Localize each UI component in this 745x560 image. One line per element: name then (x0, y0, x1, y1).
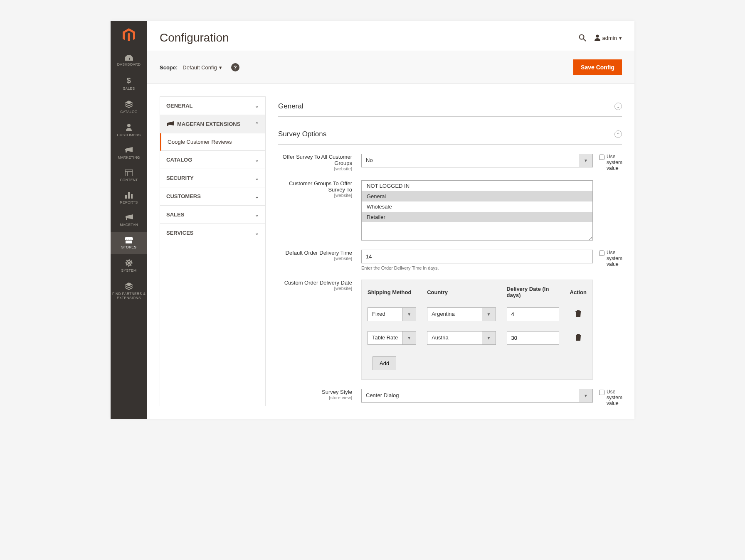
caret-down-icon: ▼ (482, 307, 496, 321)
country-select[interactable]: Argentina▼ (427, 307, 496, 321)
help-icon[interactable]: ? (231, 63, 239, 71)
country-select[interactable]: Austria▼ (427, 331, 496, 345)
use-system-checkbox[interactable]: Use system value (599, 389, 622, 406)
select-value: Center Dialog (361, 389, 579, 403)
sidebar-item-marketing[interactable]: MARKETING (111, 142, 147, 165)
scope-hint: [store view] (278, 395, 352, 400)
sidebar-item-stores[interactable]: STORES (111, 232, 147, 254)
save-config-button[interactable]: Save Config (573, 59, 622, 75)
magento-logo[interactable] (111, 21, 147, 50)
add-row-button[interactable]: Add (372, 356, 396, 370)
field-label: Custom Order Delivery Date (284, 280, 352, 286)
sidebar-item-label: DASHBOARD (116, 62, 142, 66)
page-title: Configuration (160, 31, 229, 44)
caret-down-icon: ▼ (579, 389, 593, 403)
shipping-method-select[interactable]: Table Rate▼ (368, 331, 416, 345)
shipping-method-select[interactable]: Fixed▼ (368, 307, 416, 321)
delete-row-button[interactable] (570, 334, 587, 341)
reports-icon (125, 192, 133, 199)
multiselect-option[interactable]: Retailer (362, 212, 592, 222)
sidebar-item-magefan[interactable]: MAGEFAN (111, 209, 147, 232)
scope-value: Default Config (183, 64, 217, 71)
days-input[interactable] (507, 307, 559, 321)
chevron-down-icon: ⌄ (255, 212, 259, 218)
th-country: Country (422, 281, 501, 303)
days-input[interactable] (507, 331, 559, 345)
sidebar-item-system[interactable]: SYSTEM (111, 254, 147, 278)
scope-label: Scope: (160, 64, 178, 71)
magefan-icon (125, 214, 133, 221)
search-icon[interactable] (579, 34, 586, 42)
megaphone-icon (166, 121, 174, 127)
partners-icon (125, 282, 133, 290)
table-row: Fixed▼ Argentina▼ (363, 304, 592, 324)
chevron-down-icon: ⌄ (255, 157, 259, 163)
admin-sidebar: DASHBOARD $ SALES CATALOG CUSTOMERS MARK… (111, 21, 147, 419)
section-title: General (278, 102, 303, 111)
caret-down-icon: ▼ (402, 331, 416, 345)
tab-label: CUSTOMERS (166, 193, 201, 199)
dollar-icon: $ (126, 76, 131, 85)
th-days: Delivery Date (In days) (502, 281, 564, 303)
tab-security[interactable]: SECURITY ⌄ (160, 169, 265, 187)
tab-label: SERVICES (166, 230, 194, 236)
tab-label: GENERAL (166, 103, 193, 109)
tab-services[interactable]: SERVICES ⌄ (160, 224, 265, 242)
svg-rect-6 (128, 192, 130, 199)
user-menu[interactable]: admin ▾ (595, 34, 622, 41)
chevron-up-icon: ⌃ (255, 121, 259, 127)
tab-label: SECURITY (166, 175, 194, 181)
svg-line-10 (583, 39, 586, 41)
sidebar-item-catalog[interactable]: CATALOG (111, 96, 147, 119)
tab-sales[interactable]: SALES ⌄ (160, 206, 265, 224)
sidebar-item-content[interactable]: CONTENT (111, 165, 147, 187)
config-tabs: GENERAL ⌄ MAGEFAN EXTENSIONS ⌃ Google Cu… (160, 96, 266, 406)
sidebar-item-customers[interactable]: CUSTOMERS (111, 119, 147, 142)
sidebar-item-sales[interactable]: $ SALES (111, 71, 147, 96)
sidebar-item-label: SYSTEM (121, 268, 138, 273)
marketing-icon (125, 147, 133, 154)
multiselect-option[interactable]: NOT LOGGED IN (362, 181, 592, 191)
sidebar-item-label: STORES (121, 245, 138, 249)
content-icon (125, 169, 133, 176)
th-action: Action (565, 281, 592, 303)
delivery-time-input[interactable] (361, 250, 593, 263)
use-system-checkbox[interactable]: Use system value (599, 154, 622, 171)
tab-catalog[interactable]: CATALOG ⌄ (160, 151, 265, 169)
field-label: Customer Groups To Offer Survey To (289, 180, 352, 193)
tab-general[interactable]: GENERAL ⌄ (160, 97, 265, 115)
caret-down-icon: ▼ (579, 154, 593, 167)
multiselect-option[interactable]: Wholesale (362, 201, 592, 212)
sidebar-item-partners[interactable]: FIND PARTNERS & EXTENSIONS (111, 278, 147, 305)
sidebar-item-dashboard[interactable]: DASHBOARD (111, 50, 147, 71)
offer-all-select[interactable]: No ▼ (361, 154, 593, 167)
subtab-google-reviews[interactable]: Google Customer Reviews (160, 133, 265, 151)
chevron-down-icon: ⌄ (255, 230, 259, 236)
customer-groups-multiselect[interactable]: NOT LOGGED IN General Wholesale Retailer (361, 180, 593, 241)
user-icon (595, 34, 600, 41)
section-survey-options[interactable]: Survey Options ⌃ (278, 124, 622, 145)
tab-magefan[interactable]: MAGEFAN EXTENSIONS ⌃ (160, 115, 265, 133)
customers-icon (126, 124, 132, 131)
tab-customers[interactable]: CUSTOMERS ⌄ (160, 187, 265, 206)
stores-icon (125, 237, 133, 243)
sidebar-item-reports[interactable]: REPORTS (111, 187, 147, 209)
field-label: Survey Style (322, 389, 352, 395)
svg-text:$: $ (127, 76, 131, 85)
multiselect-option[interactable]: General (362, 191, 592, 201)
tab-label: SALES (166, 211, 184, 218)
svg-point-9 (579, 35, 584, 39)
delivery-date-table: Shipping Method Country Delivery Date (I… (361, 280, 593, 380)
survey-style-select[interactable]: Center Dialog ▼ (361, 389, 593, 403)
delete-row-button[interactable] (570, 310, 587, 317)
section-general[interactable]: General ⌄ (278, 96, 622, 117)
field-label: Offer Survey To All Customer Groups (283, 154, 352, 166)
caret-down-icon: ▼ (402, 307, 416, 321)
scope-hint: [website] (278, 256, 352, 261)
svg-point-11 (596, 35, 599, 38)
scope-select[interactable]: Default Config ▾ (183, 64, 222, 71)
collapse-icon: ⌃ (614, 130, 622, 138)
use-system-checkbox[interactable]: Use system value (599, 250, 622, 267)
table-row: Table Rate▼ Austria▼ (363, 328, 592, 348)
scope-hint: [website] (278, 193, 352, 198)
